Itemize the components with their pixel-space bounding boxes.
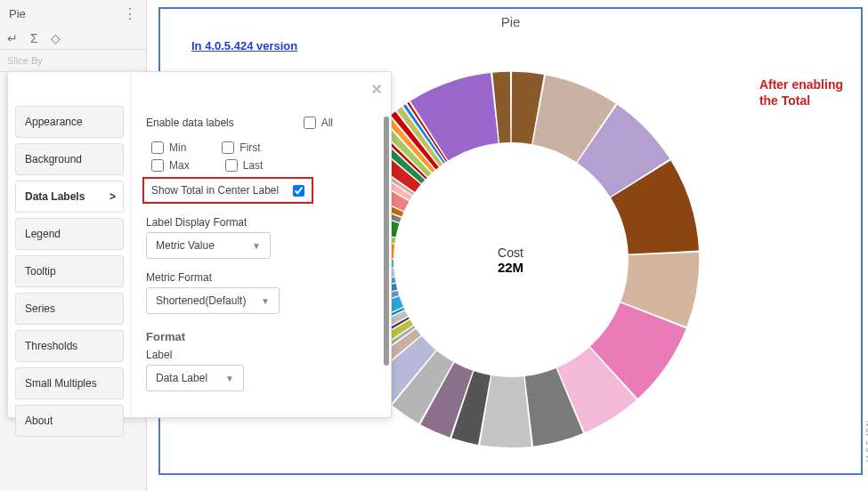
show-total-checkbox[interactable] bbox=[293, 185, 304, 197]
tab-small-multiples[interactable]: Small Multiples bbox=[15, 367, 124, 399]
settings-dialog: × Appearance Background Data Labels Lege… bbox=[7, 71, 392, 418]
tab-background[interactable]: Background bbox=[15, 143, 124, 175]
metric-format-select[interactable]: Shortened(Default) ▼ bbox=[146, 287, 280, 314]
undo-icon[interactable]: ↵ bbox=[7, 31, 18, 45]
data-label-value: Data Label bbox=[156, 372, 207, 384]
tab-series[interactable]: Series bbox=[15, 293, 124, 325]
panel-menu-icon[interactable]: ⋮ bbox=[123, 5, 137, 22]
max-checkbox[interactable] bbox=[151, 159, 164, 172]
center-metric: Cost bbox=[498, 245, 523, 259]
caret-icon: ▼ bbox=[261, 296, 270, 306]
center-label: Cost 22M bbox=[498, 245, 523, 274]
data-label-select[interactable]: Data Label ▼ bbox=[146, 365, 244, 391]
tab-tooltip[interactable]: Tooltip bbox=[15, 255, 124, 287]
min-checkbox[interactable] bbox=[151, 141, 164, 154]
caret-icon: ▼ bbox=[252, 241, 261, 251]
first-label: First bbox=[239, 141, 260, 154]
panel-title: Pie bbox=[9, 7, 26, 20]
show-total-row: Show Total in Center Label bbox=[142, 177, 313, 204]
first-checkbox[interactable] bbox=[222, 141, 234, 154]
label-display-format-label: Label Display Format bbox=[146, 216, 377, 229]
slice-by-label: Slice By bbox=[0, 49, 146, 72]
show-total-label: Show Total in Center Label bbox=[151, 184, 279, 197]
format-header: Format bbox=[146, 330, 377, 343]
metric-format-label: Metric Format bbox=[146, 271, 377, 284]
tab-data-labels[interactable]: Data Labels bbox=[15, 181, 124, 213]
version-note-link[interactable]: In 4.0.5.424 version bbox=[191, 39, 297, 52]
last-label: Last bbox=[243, 159, 264, 172]
enable-data-labels-label: Enable data labels bbox=[146, 117, 234, 129]
annotation-text: After enabling the Total bbox=[759, 76, 843, 109]
caret-icon: ▼ bbox=[225, 374, 234, 383]
eraser-icon[interactable]: ◇ bbox=[51, 31, 61, 45]
donut-slice[interactable] bbox=[410, 73, 499, 160]
tab-about[interactable]: About bbox=[15, 405, 124, 437]
label-label: Label bbox=[146, 349, 377, 361]
min-label: Min bbox=[169, 141, 186, 154]
max-label: Max bbox=[169, 159, 190, 172]
tab-appearance[interactable]: Appearance bbox=[15, 106, 124, 138]
metric-format-value: Shortened(Default) bbox=[156, 294, 246, 307]
center-value: 22M bbox=[498, 259, 523, 274]
all-label: All bbox=[321, 117, 333, 129]
all-checkbox[interactable] bbox=[304, 117, 316, 129]
last-checkbox[interactable] bbox=[225, 159, 238, 172]
tab-thresholds[interactable]: Thresholds bbox=[15, 330, 124, 362]
label-display-format-select[interactable]: Metric Value ▼ bbox=[146, 232, 271, 259]
tab-legend[interactable]: Legend bbox=[15, 218, 124, 250]
label-display-format-value: Metric Value bbox=[156, 239, 215, 252]
scrollbar-handle[interactable] bbox=[384, 117, 389, 366]
sigma-icon[interactable]: Σ bbox=[30, 31, 38, 45]
chart-title: Pie bbox=[160, 9, 861, 35]
